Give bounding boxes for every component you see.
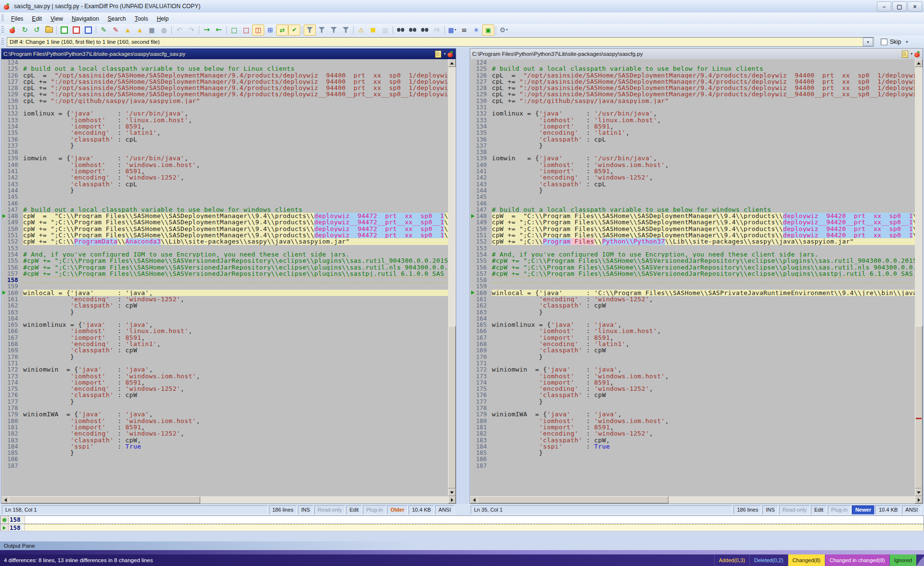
find-button[interactable]	[395, 25, 407, 36]
line-text: }	[492, 399, 915, 405]
status-cell-ansi: ANSI	[902, 505, 921, 515]
swap-panes-button[interactable]	[31, 25, 43, 36]
show-all-lines-filter-button[interactable]	[304, 25, 316, 36]
file-menu-icon[interactable]	[435, 51, 441, 58]
show-identical-filter-button[interactable]	[328, 25, 340, 36]
redo-button[interactable]	[185, 25, 197, 36]
show-ignored-filter-button[interactable]	[340, 25, 352, 36]
first-file-path: C:\Program Files\Python\Python37\Lib\sit…	[3, 51, 435, 57]
first-file-code-area[interactable]: 124125# build out a local classpath vari…	[1, 59, 448, 496]
match-case-button[interactable]	[431, 25, 443, 36]
plugins-button[interactable]	[470, 25, 482, 36]
compare-files-button[interactable]	[7, 25, 19, 36]
file-menu-icon[interactable]	[902, 51, 908, 58]
find-next-button[interactable]	[407, 25, 419, 36]
first-file-vertical-scrollbar[interactable]	[448, 59, 456, 496]
toolbar-overflow-icon[interactable]: ▾	[906, 39, 908, 44]
split-view-button[interactable]	[252, 25, 264, 36]
open-files-button[interactable]	[43, 25, 55, 36]
line-number: 150	[476, 226, 492, 232]
current-diff-combobox[interactable]: Diff 4: Change 1 line (160, first file) …	[7, 37, 874, 47]
line-text: 'iomport' : 8591,	[23, 424, 448, 430]
line-text: 'encoding' : 'windows-1252',	[23, 296, 448, 302]
image-compare-button[interactable]	[482, 25, 494, 36]
line-text: 'classpath' : cpW,	[23, 437, 448, 443]
line-text: 'encoding' : 'windows-1252',	[23, 386, 448, 392]
second-file-horizontal-scrollbar[interactable]	[470, 496, 923, 503]
statistics-button[interactable]	[379, 25, 391, 36]
line-detail-content[interactable]	[25, 516, 924, 524]
undo-button[interactable]	[173, 25, 185, 36]
line-text: 'encoding' : 'windows-1252',	[492, 386, 915, 392]
compare-apple-icon[interactable]	[448, 51, 454, 57]
next-difference-button[interactable]	[201, 25, 213, 36]
edit-first-file-button[interactable]	[98, 25, 110, 36]
first-file-horizontal-scrollbar[interactable]	[1, 496, 456, 503]
show-first-pane-button[interactable]	[228, 25, 240, 36]
show-edit-bar-button[interactable]	[288, 25, 300, 36]
code-line: 153	[2, 245, 448, 251]
file-menu-dropdown-icon[interactable]: ▾	[444, 52, 446, 56]
line-text: cpL += ":/opt/sasinside/SASHome/SASDeplo…	[492, 85, 915, 91]
second-file-header[interactable]: C:\Program Files\Python\Python37\Lib\sit…	[470, 49, 923, 59]
line-detail-row[interactable]: ⊕158	[0, 515, 924, 524]
second-file-code-area[interactable]: 124125# build out a local classpath vari…	[470, 59, 915, 496]
edit-second-file-button[interactable]	[110, 25, 122, 36]
find-previous-button[interactable]	[419, 25, 431, 36]
show-differences-filter-button[interactable]	[316, 25, 328, 36]
pane-splitter[interactable]	[456, 48, 470, 504]
highlight-marker-button[interactable]	[367, 25, 379, 36]
print-button[interactable]	[146, 25, 158, 36]
gutter	[471, 129, 476, 136]
view-second-file-button[interactable]	[134, 25, 146, 36]
line-text: }	[492, 354, 915, 360]
toolbar-grip[interactable]	[1, 26, 4, 34]
view-first-file-button[interactable]	[122, 25, 134, 36]
options-button[interactable]: ▾	[498, 25, 510, 36]
code-line: 130cpL += ":/opt/github/saspy/java/saspy…	[2, 98, 448, 104]
line-numbers-button[interactable]	[458, 25, 470, 36]
minimize-button[interactable]: –	[877, 1, 891, 12]
gutter	[471, 437, 476, 443]
save-first-file-button[interactable]	[58, 25, 70, 36]
diff-map-button[interactable]: ▾	[446, 25, 458, 36]
save-second-file-button[interactable]	[70, 25, 82, 36]
diff-combo-dropdown-icon[interactable]: ▼	[863, 38, 873, 46]
output-pane-caption[interactable]: Output Pane	[0, 541, 924, 550]
code-line: 182 'encoding' : 'windows-1252',	[471, 430, 915, 437]
line-text: cpW += ";C:\\Program Files\\SASHome\\SAS…	[492, 219, 915, 225]
menu-tools[interactable]: Tools	[130, 14, 153, 24]
diffbar-grip[interactable]	[1, 38, 4, 46]
recompare-button[interactable]	[19, 25, 31, 36]
warning-marker-button[interactable]	[355, 25, 367, 36]
menu-navigation[interactable]: Navigation	[67, 14, 103, 24]
save-both-files-button[interactable]	[82, 25, 94, 36]
menu-search[interactable]: Search	[103, 14, 130, 24]
line-text: 'iomport' : 8591,	[492, 168, 915, 174]
menu-view[interactable]: View	[46, 14, 67, 24]
current-diff-marker-icon	[471, 213, 476, 219]
previous-difference-button[interactable]	[213, 25, 225, 36]
skip-checkbox[interactable]	[881, 39, 887, 45]
resize-grip[interactable]	[916, 554, 924, 566]
compare-apple-icon[interactable]	[914, 51, 921, 57]
line-text: #cpW += ";C:\\Program Files\\SASHome\\SA…	[23, 257, 448, 264]
menu-grip[interactable]	[1, 14, 4, 22]
status-cell-plug-in: Plug-in	[828, 505, 851, 515]
first-file-header[interactable]: C:\Program Files\Python\Python37\Lib\sit…	[1, 49, 456, 59]
synchronize-scrolling-button[interactable]	[276, 25, 288, 36]
gutter	[471, 226, 476, 232]
search-in-files-button[interactable]	[158, 25, 170, 36]
show-second-pane-button[interactable]	[240, 25, 252, 36]
line-number: 141	[7, 168, 23, 174]
line-text: }	[23, 187, 448, 193]
line-number: 153	[476, 245, 492, 251]
maximize-button[interactable]: ▢	[892, 1, 907, 12]
file-menu-dropdown-icon[interactable]: ▾	[911, 52, 912, 56]
grid-view-button[interactable]	[264, 25, 276, 36]
menu-edit[interactable]: Edit	[27, 14, 46, 24]
menu-help[interactable]: Help	[153, 14, 173, 24]
close-button[interactable]: ×	[908, 1, 922, 12]
second-file-vertical-scrollbar[interactable]	[915, 59, 923, 496]
menu-files[interactable]: Files	[7, 14, 27, 24]
